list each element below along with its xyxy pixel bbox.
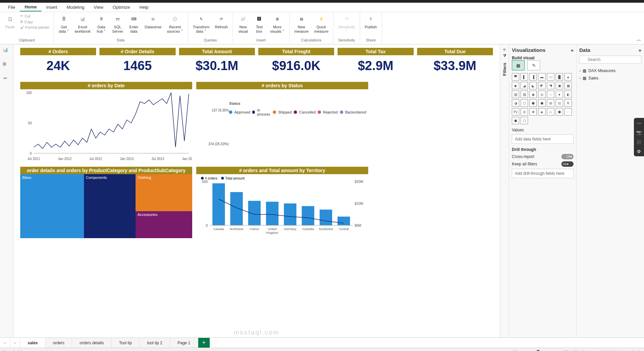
search-input[interactable]: [579, 56, 641, 64]
zoom-out-button[interactable]: −: [520, 350, 522, 351]
format-painter-button[interactable]: 🖌Format painter: [19, 25, 51, 30]
legend-item[interactable]: Rejected: [318, 110, 338, 114]
paste-button[interactable]: 📋 Paste: [3, 13, 18, 31]
viz-type-icon[interactable]: ⊡: [521, 108, 528, 116]
new-visual-button[interactable]: 📈New visual: [236, 13, 251, 35]
viz-type-icon[interactable]: R: [564, 99, 572, 107]
expand-icon[interactable]: »: [571, 47, 574, 53]
field-sales[interactable]: ▦Sales: [579, 74, 641, 82]
excel-button[interactable]: 📊Excel workbook: [73, 13, 93, 35]
menu-file[interactable]: File: [3, 3, 20, 11]
viz-type-icon[interactable]: ◈: [538, 108, 546, 116]
video-icon[interactable]: 🎥: [635, 138, 643, 146]
publish-button[interactable]: ⇪Publish: [363, 13, 379, 31]
page-tab-tooltip2[interactable]: tool tip 2: [140, 338, 170, 348]
page-tab-orders[interactable]: orders: [46, 338, 72, 348]
build-mode-fields[interactable]: ▦: [512, 60, 525, 70]
new-measure-button[interactable]: ▤New measure: [292, 13, 311, 35]
viz-type-icon[interactable]: ◢: [521, 82, 528, 89]
get-data-button[interactable]: 🗄Get data ˅: [57, 13, 71, 35]
viz-type-icon[interactable]: ●: [556, 91, 563, 98]
pie-chart-orders-by-status[interactable]: # orders by Status 396 (27.03%)392 (26.7…: [196, 82, 368, 163]
tab-next-button[interactable]: ›: [10, 338, 20, 348]
combo-chart-territory[interactable]: # orders and Total amount by Territory #…: [196, 167, 368, 238]
sensitivity-button[interactable]: 🛡Sensitivity ˅: [336, 13, 357, 35]
viz-type-icon[interactable]: ⋯: [564, 108, 572, 116]
legend-item[interactable]: Cancelled: [294, 110, 316, 114]
keep-filters-toggle[interactable]: On●: [561, 161, 574, 167]
viz-type-icon[interactable]: ○: [547, 91, 554, 98]
full-screen-button[interactable]: ⛶: [573, 350, 577, 351]
viz-type-icon[interactable]: ▌: [521, 73, 528, 81]
viz-type-icon[interactable]: ◎: [538, 91, 546, 98]
viz-type-icon[interactable]: ⬟: [556, 108, 563, 116]
menu-view[interactable]: View: [89, 3, 108, 11]
refresh-button[interactable]: ⟳Refresh: [213, 13, 230, 31]
viz-type-icon[interactable]: Py: [512, 108, 519, 116]
sql-button[interactable]: 🗃SQL Server: [110, 13, 125, 35]
viz-type-icon[interactable]: ⬣: [538, 99, 546, 107]
viz-type-icon[interactable]: █: [556, 73, 563, 81]
expand-icon[interactable]: »: [639, 47, 641, 53]
enter-data-button[interactable]: ⌨Enter data: [126, 13, 141, 35]
viz-type-icon[interactable]: ◉: [529, 91, 537, 98]
viz-type-icon[interactable]: ▧: [512, 91, 519, 98]
viz-type-icon[interactable]: ◇: [547, 108, 554, 116]
ribbon-collapse-button[interactable]: ︿: [637, 37, 641, 43]
viz-type-icon[interactable]: ▦: [564, 82, 572, 89]
cut-button[interactable]: ✂Cut: [19, 13, 51, 19]
model-view-button[interactable]: ⫘: [3, 75, 11, 84]
viz-type-icon[interactable]: ▲: [564, 73, 572, 81]
cross-report-toggle[interactable]: Off●: [561, 154, 574, 159]
page-tab-orders-details[interactable]: orders details: [72, 338, 112, 348]
text-box-button[interactable]: 🅰Text box: [252, 13, 267, 35]
menu-optimize[interactable]: Optimize: [108, 3, 135, 11]
table-view-button[interactable]: ⊞: [3, 61, 11, 69]
values-well[interactable]: Add data fields here: [512, 134, 574, 144]
filters-pane-collapsed[interactable]: « ⧩ Filters: [500, 44, 509, 338]
viz-type-icon[interactable]: ▀: [512, 73, 519, 81]
viz-type-icon[interactable]: ⬢: [512, 117, 519, 124]
page-tab-page1[interactable]: Page 1: [170, 338, 198, 348]
kpi-total-due[interactable]: Total Due$33.9M: [417, 48, 493, 76]
kpi-total-freight[interactable]: Total Frieght$916.0K: [258, 48, 334, 76]
viz-type-icon[interactable]: ⬡: [521, 117, 528, 124]
data-hub-button[interactable]: 🛢Data hub ˅: [94, 13, 109, 35]
viz-type-icon[interactable]: ◆: [512, 82, 519, 89]
drill-well[interactable]: Add drill-through fields here: [512, 169, 574, 178]
field-dax-measures[interactable]: ▦DAX Measures: [579, 67, 641, 74]
menu-insert[interactable]: Insert: [41, 3, 62, 11]
viz-type-icon[interactable]: ◤: [538, 82, 546, 89]
gear-icon[interactable]: ⚙: [635, 148, 643, 155]
build-mode-format[interactable]: ✎: [527, 60, 540, 70]
report-canvas[interactable]: # Orders24K # Order Details1465 Total Am…: [13, 44, 500, 338]
treemap-clothing[interactable]: Clothing: [136, 174, 192, 211]
zoom-in-button[interactable]: +: [558, 350, 560, 351]
viz-type-icon[interactable]: ⊞: [547, 99, 554, 107]
more-visuals-button[interactable]: ⊞More visuals ˅: [268, 13, 287, 35]
copy-button[interactable]: ⧉Copy: [19, 19, 51, 24]
report-view-button[interactable]: 📊: [3, 47, 11, 55]
treemap-components[interactable]: Components: [84, 174, 136, 238]
legend-item[interactable]: Shipped: [273, 110, 292, 114]
menu-modeling[interactable]: Modeling: [62, 3, 89, 11]
legend-item[interactable]: In process: [252, 108, 271, 116]
viz-type-icon[interactable]: ◑: [512, 99, 519, 107]
viz-type-icon[interactable]: ◥: [547, 82, 554, 89]
treemap-accessories[interactable]: Accessories: [136, 211, 192, 238]
viz-type-icon[interactable]: ▨: [521, 91, 528, 98]
transform-data-button[interactable]: ✎Transform data ˅: [191, 13, 212, 35]
viz-type-icon[interactable]: ▐: [529, 73, 537, 81]
line-chart-orders-by-date[interactable]: # orders by Date 050100Jul 2011Jan 2012J…: [20, 82, 192, 163]
kpi-total-amount[interactable]: Total Amount$30.1M: [179, 48, 255, 76]
page-tab-tooltip[interactable]: Tool tip: [112, 338, 140, 348]
tab-prev-button[interactable]: ‹: [0, 338, 10, 348]
viz-type-icon[interactable]: ▣: [556, 82, 563, 89]
viz-type-icon[interactable]: ▬: [538, 73, 546, 81]
legend-item[interactable]: Backordered: [340, 110, 366, 114]
menu-home[interactable]: Home: [20, 3, 41, 11]
more-tools-icon[interactable]: ⋯: [635, 119, 643, 127]
menu-help[interactable]: Help: [135, 3, 153, 11]
viz-type-icon[interactable]: ▭: [547, 73, 554, 81]
page-tab-sales[interactable]: sales: [20, 338, 46, 348]
